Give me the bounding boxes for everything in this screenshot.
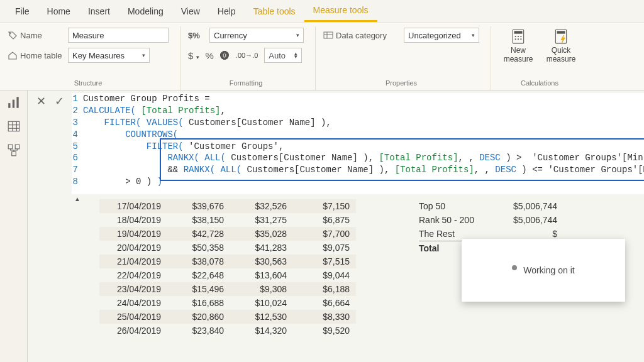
- button-label: New measure: [499, 47, 538, 64]
- percent-button[interactable]: %: [206, 50, 214, 61]
- dax-editor[interactable]: 1Customer Group Profits = 2CALCULATE( [T…: [72, 93, 644, 194]
- calculator-icon: [509, 28, 527, 45]
- cancel-formula-button[interactable]: ✕: [34, 94, 48, 108]
- ribbon: Name Measure Home table Key Measures▾ St…: [0, 23, 644, 90]
- data-category-label: Data category: [323, 30, 399, 40]
- detail-table[interactable]: 17/04/2019$39,676$32,526$7,15018/04/2019…: [99, 199, 356, 337]
- working-popup: Working on it: [462, 239, 625, 302]
- data-category-select[interactable]: Uncategorized▾: [404, 28, 479, 43]
- table-row[interactable]: 24/04/2019$16,688$10,024$6,664: [99, 296, 356, 310]
- button-label: Quick measure: [541, 47, 580, 64]
- tab-home[interactable]: Home: [38, 1, 79, 21]
- svg-rect-10: [557, 31, 565, 33]
- name-label: Name: [8, 30, 63, 40]
- label-text: Name: [20, 31, 42, 40]
- svg-rect-2: [514, 31, 523, 33]
- group-caption: Properties: [323, 79, 479, 89]
- table-row[interactable]: 18/04/2019$38,150$31,275$6,875: [99, 213, 356, 227]
- svg-point-3: [515, 36, 516, 37]
- svg-rect-12: [12, 100, 14, 108]
- group-caption: Formatting: [188, 79, 304, 89]
- tag-icon: [8, 30, 18, 40]
- svg-point-5: [520, 36, 521, 37]
- tab-view[interactable]: View: [172, 1, 209, 21]
- table-row[interactable]: 17/04/2019$39,676$32,526$7,150: [99, 199, 356, 213]
- home-table-label: Home table: [8, 50, 63, 60]
- commit-formula-button[interactable]: ✓: [52, 94, 67, 108]
- svg-point-8: [520, 38, 521, 40]
- report-view-icon[interactable]: [7, 96, 21, 108]
- top-tabs: File Home Insert Modeling View Help Tabl…: [0, 0, 644, 23]
- tab-modeling[interactable]: Modeling: [119, 1, 172, 21]
- chevron-down-icon: ▾: [142, 52, 145, 58]
- data-view-icon[interactable]: [7, 119, 21, 132]
- group-caption: Structure: [8, 79, 169, 89]
- main-area: ✕ ✓ 1Customer Group Profits = 2CALCULATE…: [0, 90, 644, 362]
- name-input[interactable]: Measure: [68, 28, 169, 43]
- home-icon: [8, 50, 18, 60]
- ribbon-group-structure: Name Measure Home table Key Measures▾ St…: [0, 26, 180, 90]
- home-table-select[interactable]: Key Measures▾: [68, 48, 150, 63]
- tab-measure-tools[interactable]: Measure tools: [304, 0, 377, 22]
- formula-bar: ✕ ✓ 1Customer Group Profits = 2CALCULATE…: [30, 90, 644, 198]
- table-row[interactable]: 26/04/2019$23,840$14,320$9,520: [99, 324, 356, 337]
- svg-rect-16: [15, 145, 19, 149]
- table-row[interactable]: 25/04/2019$20,860$12,530$8,330: [99, 310, 356, 324]
- scroll-up-icon[interactable]: ▲: [74, 195, 80, 202]
- quick-calculator-icon: [552, 28, 570, 45]
- ribbon-group-calculations: New measure Quick measure Calculations: [491, 26, 592, 90]
- svg-rect-17: [11, 151, 16, 156]
- table-row[interactable]: 22/04/2019$22,648$13,604$9,044: [99, 268, 356, 282]
- tab-insert[interactable]: Insert: [79, 1, 119, 21]
- decimal-decrease-button[interactable]: .00→.0: [236, 52, 258, 59]
- group-caption: Calculations: [499, 79, 580, 89]
- category-icon: [323, 30, 333, 40]
- svg-rect-13: [16, 97, 18, 108]
- quick-measure-button[interactable]: Quick measure: [541, 28, 580, 64]
- model-view-icon[interactable]: [7, 143, 21, 156]
- thousands-button[interactable]: 🄌: [220, 50, 230, 61]
- svg-rect-15: [8, 145, 13, 149]
- table-row[interactable]: 20/04/2019$50,358$41,283$9,075: [99, 241, 356, 255]
- table-row[interactable]: 21/04/2019$38,078$30,563$7,515: [99, 255, 356, 268]
- currency-button[interactable]: $ ▾: [188, 50, 199, 61]
- table-row[interactable]: Rank 50 - 200$5,006,744: [419, 213, 557, 227]
- tab-file[interactable]: File: [6, 1, 38, 21]
- view-switcher: [0, 90, 28, 362]
- svg-point-7: [518, 38, 519, 40]
- format-prefix-label: $%: [188, 31, 204, 40]
- table-row[interactable]: 23/04/2019$15,496$9,308$6,188: [99, 282, 356, 296]
- table-row[interactable]: 19/04/2019$42,728$35,028$7,700: [99, 227, 356, 241]
- svg-point-4: [518, 36, 519, 37]
- chevron-down-icon: ▾: [472, 32, 475, 38]
- spinner-icon: [512, 265, 517, 270]
- svg-rect-14: [8, 121, 19, 131]
- ribbon-group-formatting: $% Currency▾ $ ▾ % 🄌 .00→.0 Auto▴▾ Forma…: [180, 26, 316, 90]
- format-select[interactable]: Currency▾: [209, 28, 304, 43]
- tab-help[interactable]: Help: [209, 1, 245, 21]
- stepper-icon: ▴▾: [294, 52, 297, 59]
- ribbon-group-properties: Data category Uncategorized▾ Properties: [316, 26, 491, 90]
- tab-table-tools[interactable]: Table tools: [245, 1, 304, 21]
- table-row[interactable]: Top 50$5,006,744: [419, 199, 557, 213]
- label-text: Data category: [336, 31, 387, 40]
- label-text: Home table: [20, 51, 62, 60]
- popup-text: Working on it: [523, 265, 574, 275]
- svg-rect-11: [8, 103, 10, 108]
- svg-rect-0: [324, 32, 333, 38]
- auto-decimals[interactable]: Auto▴▾: [264, 48, 302, 63]
- svg-point-6: [515, 38, 516, 40]
- new-measure-button[interactable]: New measure: [499, 28, 538, 64]
- chevron-down-icon: ▾: [296, 32, 299, 38]
